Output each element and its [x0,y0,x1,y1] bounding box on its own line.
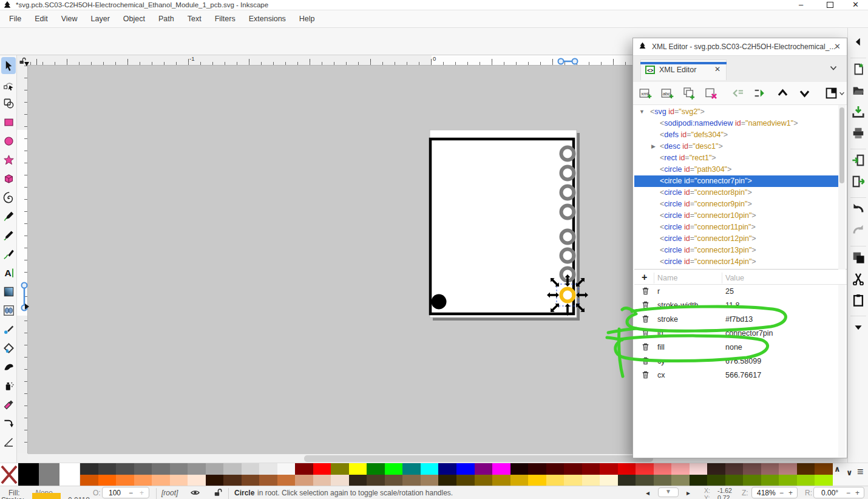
attribute-row-fill[interactable]: fillnone [634,341,841,355]
xml-toolbar-indent-node[interactable] [753,87,766,100]
command-cut[interactable] [852,272,865,285]
command-more[interactable] [852,321,865,334]
delete-attribute-button[interactable] [641,300,650,310]
tool-box-3d[interactable] [1,170,16,187]
palette-swatch[interactable] [152,463,170,475]
palette-swatch[interactable] [80,475,98,486]
xml-node-connector12pin[interactable]: <circle id="connector12pin"> [634,233,839,245]
palette-swatch[interactable] [421,463,439,475]
palette-swatch[interactable] [815,475,833,486]
palette-swatch[interactable] [600,475,618,486]
command-print-document[interactable] [852,126,865,140]
palette-swatch[interactable] [600,463,618,475]
tool-shape-builder[interactable] [1,95,16,112]
tool-eraser[interactable] [1,396,16,413]
xml-node-connector13pin[interactable]: <circle id="connector13pin"> [634,245,839,256]
xml-toolbar-delete-node[interactable] [705,87,717,100]
palette-swatch[interactable] [206,475,224,486]
palette-swatch[interactable] [438,463,456,475]
palette-swatch[interactable] [367,475,385,486]
command-paste[interactable] [852,293,865,307]
palette-swatch[interactable] [528,475,546,486]
xml-toolbar-new-text-node[interactable]: abc [661,87,674,100]
palette-swatch[interactable] [277,463,296,475]
menu-item-layer[interactable]: Layer [84,15,117,23]
opacity-increment[interactable]: + [140,489,144,497]
xml-node-path304[interactable]: <circle id="path304"> [634,164,839,175]
palette-swatch[interactable] [582,475,600,486]
palette-swatch[interactable] [815,463,833,475]
layer-lock-icon[interactable] [214,488,222,497]
add-attribute-button[interactable]: + [642,272,647,283]
palette-swatch[interactable] [510,463,529,475]
command-redo[interactable] [852,223,865,237]
rotation-field[interactable]: 0.00° − + [813,487,864,498]
palette-swatch[interactable] [761,475,779,486]
xml-node-desc1[interactable]: ▶<desc id="desc1"> [634,141,839,152]
palette-swatch[interactable] [690,463,708,475]
command-collapse[interactable] [852,35,865,49]
tool-pen[interactable] [1,208,16,225]
palette-swatch[interactable] [618,475,636,486]
tool-pencil[interactable] [1,226,16,243]
palette-swatch[interactable] [582,463,600,475]
palette-swatch[interactable] [707,475,725,486]
palette-swatch[interactable] [564,475,582,486]
palette-swatch[interactable] [295,463,313,475]
window-close-button[interactable]: ✕ [852,0,859,10]
palette-swatch[interactable] [349,475,367,486]
menu-item-path[interactable]: Path [152,15,181,23]
palette-swatch[interactable] [779,463,797,475]
palette-swatch[interactable] [242,475,260,486]
palette-swatch[interactable] [510,475,529,486]
delete-attribute-button[interactable] [641,287,650,296]
palette-swatch[interactable] [636,463,654,475]
palette-swatch[interactable] [385,475,403,486]
palette-swatch[interactable] [188,475,206,486]
palette-swatch[interactable] [654,475,672,486]
menu-item-edit[interactable]: Edit [28,15,55,23]
palette-swatch[interactable] [80,463,98,475]
palette-swatch[interactable] [761,463,779,475]
attribute-row-stroke[interactable]: stroke#f7bd13 [634,313,841,327]
xml-node-connector8pin[interactable]: <circle id="connector8pin"> [634,187,839,199]
xml-tree-scrollbar-thumb[interactable] [839,107,844,183]
xml-editor-titlebar[interactable]: XML Editor - svg.pcb.SC03-C2H5OH-Electro… [633,38,847,55]
attribute-row-r[interactable]: r25 [634,285,841,299]
palette-swatch[interactable] [797,463,815,475]
palette-scroll-up[interactable]: ∧ [834,464,841,474]
zoom-field[interactable]: 418% − + [751,487,798,498]
xml-node-connector10pin[interactable]: <circle id="connector10pin"> [634,210,839,222]
palette-swatch[interactable] [564,463,582,475]
palette-swatch[interactable] [492,475,510,486]
palette-swatch[interactable] [797,475,815,486]
tool-measure[interactable] [1,433,16,450]
tool-node[interactable] [1,76,16,93]
delete-attribute-button[interactable] [641,356,650,365]
palette-swatch[interactable] [385,463,403,475]
palette-swatch[interactable] [242,463,260,475]
attributes-scrollbar[interactable] [838,285,846,457]
attribute-row-stroke-width[interactable]: stroke-width11.8 [634,299,841,313]
palette-swatch[interactable] [295,475,313,486]
xml-toolbar-new-element-node[interactable]: xml [639,87,652,100]
xml-node-connector7pin[interactable]: <circle id="connector7pin"> [634,175,839,187]
palette-swatch[interactable] [456,463,475,475]
zoom-decrement[interactable]: − [779,489,784,497]
palette-swatch[interactable] [475,463,493,475]
xml-tree[interactable]: ▼<svg id="svg2"><sodipodi:namedview id="… [634,105,847,270]
layer-visibility-eye-icon[interactable] [191,488,200,497]
xml-node-rect1[interactable]: <rect id="rect1"> [634,152,839,164]
palette-swatch[interactable] [636,475,654,486]
prev-arrow[interactable]: ◂ [646,489,649,497]
delete-attribute-button[interactable] [641,314,650,324]
tool-text[interactable]: A [1,264,16,281]
ruler-lock-toggle[interactable] [17,55,28,66]
palette-swatch[interactable] [475,475,493,486]
palette-swatch[interactable] [170,475,188,486]
opacity-field[interactable]: 100 − + [102,487,149,498]
opacity-decrement[interactable]: − [129,489,133,497]
palette-swatch[interactable] [671,463,690,475]
palette-swatch[interactable] [188,463,206,475]
command-export[interactable] [852,175,865,188]
